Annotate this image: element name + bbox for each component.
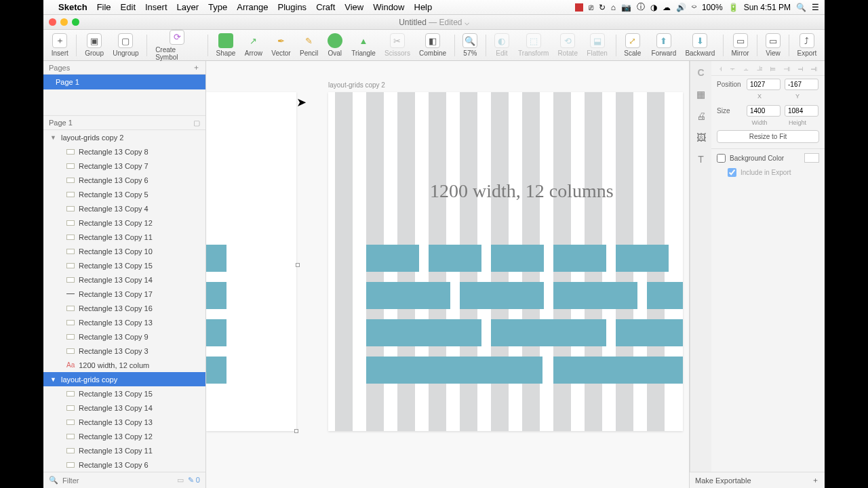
volume-icon[interactable]: 🔊 xyxy=(676,3,686,12)
insert-button[interactable]: ＋Insert xyxy=(47,33,72,57)
layer-row[interactable]: Rectangle 13 Copy 4 xyxy=(43,201,205,216)
menu-window[interactable]: Window xyxy=(373,2,404,12)
forward-button[interactable]: ⬆Forward xyxy=(648,33,680,57)
inspector-tab-print-icon[interactable]: 🖨 xyxy=(695,110,707,122)
filter-input[interactable] xyxy=(62,476,173,485)
artboard[interactable]: layout-grids copy 2 xyxy=(328,92,683,431)
artboard-label[interactable]: layout-grids copy 2 xyxy=(328,81,385,89)
group-button[interactable]: ▣Group xyxy=(81,33,107,57)
status-icon[interactable]: ☁ xyxy=(663,3,671,12)
layer-row[interactable]: Rectangle 13 Copy 15 xyxy=(43,258,205,272)
inspector-tab-design-icon[interactable]: C xyxy=(695,66,707,79)
view-button[interactable]: ▭View xyxy=(762,33,785,57)
rotate-button[interactable]: ⟲Rotate xyxy=(554,33,582,57)
align-middle-icon[interactable]: ⫢ xyxy=(770,64,777,73)
layer-row[interactable]: Rectangle 13 Copy 12 xyxy=(43,429,205,443)
artboard-icon[interactable]: ▢ xyxy=(193,119,200,127)
position-y-input[interactable] xyxy=(785,79,818,90)
battery-icon[interactable]: 🔋 xyxy=(728,3,738,12)
inspector-tab-image-icon[interactable]: 🖼 xyxy=(695,131,707,144)
layer-row[interactable]: Rectangle 13 Copy 11 xyxy=(43,230,205,244)
chevron-down-icon[interactable]: ⌵ xyxy=(465,18,469,27)
pencil-button[interactable]: ✎Pencil xyxy=(296,33,322,57)
backward-button[interactable]: ⬇Backward xyxy=(682,33,719,57)
edit-button[interactable]: ◐Edit xyxy=(490,33,513,57)
layer-row[interactable]: Rectangle 13 Copy 15 xyxy=(43,386,205,401)
menu-craft[interactable]: Craft xyxy=(316,2,335,12)
bgcolor-swatch[interactable] xyxy=(804,153,819,163)
scissors-button[interactable]: ✂Scissors xyxy=(381,33,414,57)
layer-row[interactable]: Rectangle 13 Copy 8 xyxy=(43,144,205,159)
canvas[interactable]: layout-grids copy 2 xyxy=(206,61,689,488)
menu-file[interactable]: File xyxy=(97,2,111,12)
menu-edit[interactable]: Edit xyxy=(121,2,136,12)
align-left-icon[interactable]: ⫞ xyxy=(719,64,723,73)
page-row[interactable]: Page 1 xyxy=(43,75,205,89)
layer-row[interactable]: Rectangle 13 Copy 6 xyxy=(43,173,205,187)
menu-plugins[interactable]: Plugins xyxy=(277,2,307,12)
layer-row[interactable]: Rectangle 13 Copy 9 xyxy=(43,329,205,344)
create-symbol-button[interactable]: ⟳Create Symbol xyxy=(151,30,203,61)
status-icon[interactable]: ↻ xyxy=(599,3,606,12)
resize-to-fit-button[interactable]: Resize to Fit xyxy=(717,130,819,143)
align-bottom-icon[interactable]: ⫣ xyxy=(783,64,791,73)
canvas-heading[interactable]: 1200 width, 12 columns xyxy=(430,180,614,202)
layer-row[interactable]: Rectangle 13 Copy 11 xyxy=(43,443,205,458)
triangle-button[interactable]: ▲Triangle xyxy=(348,33,380,57)
filter-clip-icon[interactable]: ▭ xyxy=(177,476,184,485)
status-icon[interactable]: 📷 xyxy=(621,3,631,12)
flatten-button[interactable]: ⬓Flatten xyxy=(583,33,612,57)
shape-button[interactable]: Shape xyxy=(212,33,239,57)
menu-layer[interactable]: Layer xyxy=(177,2,199,12)
menu-type[interactable]: Type xyxy=(208,2,227,12)
size-w-input[interactable] xyxy=(747,105,781,117)
combine-button[interactable]: ◧Combine xyxy=(415,33,450,57)
layer-row[interactable]: ▼layout-grids copy 2 xyxy=(43,130,205,144)
layer-row[interactable]: Rectangle 13 Copy 13 xyxy=(43,415,205,429)
ungroup-button[interactable]: ▢Ungroup xyxy=(109,33,143,57)
distribute-v-icon[interactable]: ⫥ xyxy=(810,64,818,73)
mirror-button[interactable]: ▭Mirror xyxy=(728,33,753,57)
align-right-icon[interactable]: ⫠ xyxy=(743,64,750,73)
status-icon[interactable]: ◑ xyxy=(650,3,657,12)
layer-row[interactable]: Rectangle 13 Copy 16 xyxy=(43,301,205,315)
menu-icon[interactable]: ☰ xyxy=(812,3,819,12)
layer-row[interactable]: Rectangle 13 Copy 7 xyxy=(43,159,205,173)
layer-row[interactable]: Rectangle 13 Copy 14 xyxy=(43,272,205,287)
oval-button[interactable]: Oval xyxy=(323,33,347,57)
battery-percent[interactable]: 100% xyxy=(702,3,723,12)
app-name[interactable]: Sketch xyxy=(58,2,87,12)
align-top-icon[interactable]: ⫡ xyxy=(756,64,764,73)
position-x-input[interactable] xyxy=(747,79,781,90)
size-h-input[interactable] xyxy=(785,105,818,117)
layer-row[interactable]: ▼layout-grids copy xyxy=(43,372,205,386)
layer-row[interactable]: Rectangle 13 Copy 10 xyxy=(43,244,205,258)
menu-arrange[interactable]: Arrange xyxy=(237,2,268,12)
layer-row[interactable]: Rectangle 13 Copy 6 xyxy=(43,458,205,472)
filter-slice-icon[interactable]: ✎ 0 xyxy=(188,476,200,485)
align-center-icon[interactable]: ⫟ xyxy=(729,64,736,73)
layer-row[interactable]: Rectangle 13 Copy 5 xyxy=(43,187,205,201)
vector-button[interactable]: ✒Vector xyxy=(268,33,295,57)
menu-view[interactable]: View xyxy=(344,2,363,12)
layer-row[interactable]: Rectangle 13 Copy 12 xyxy=(43,216,205,230)
transform-button[interactable]: ⬚Transform xyxy=(515,33,553,57)
zoom-control[interactable]: 🔍57% xyxy=(459,33,482,57)
bgcolor-checkbox[interactable] xyxy=(717,154,726,163)
layer-row[interactable]: Rectangle 13 Copy 13 xyxy=(43,315,205,329)
status-icon[interactable] xyxy=(575,3,583,12)
scale-button[interactable]: ⤢Scale xyxy=(620,33,645,57)
spotlight-icon[interactable]: 🔍 xyxy=(796,3,806,12)
status-icon[interactable]: ⌂ xyxy=(611,3,616,12)
make-exportable-button[interactable]: Make Exportable xyxy=(695,476,751,485)
include-export-checkbox[interactable] xyxy=(728,168,736,177)
artboard[interactable] xyxy=(206,92,296,431)
menu-help[interactable]: Help xyxy=(414,2,433,12)
export-button[interactable]: ⤴Export xyxy=(793,33,821,57)
clock[interactable]: Sun 4:51 PM xyxy=(744,3,791,12)
wifi-icon[interactable]: ⌔ xyxy=(692,3,696,12)
add-export-icon[interactable]: ＋ xyxy=(812,475,819,485)
status-icon[interactable]: ⎚ xyxy=(589,3,593,12)
layer-row[interactable]: Rectangle 13 Copy 17 xyxy=(43,287,205,301)
layer-row[interactable]: Rectangle 13 Copy 3 xyxy=(43,344,205,358)
